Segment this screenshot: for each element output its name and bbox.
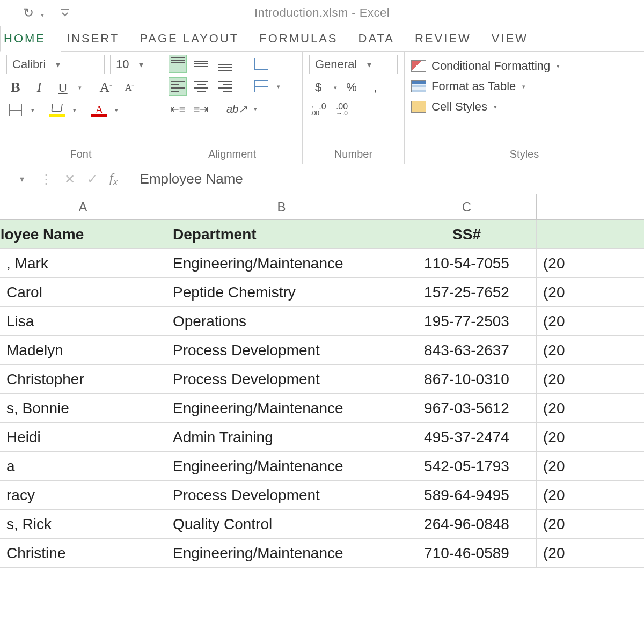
cell-d[interactable]: (20: [537, 539, 644, 567]
column-header-a[interactable]: A: [0, 194, 166, 219]
chevron-down-icon[interactable]: ▾: [277, 83, 280, 90]
cell-ss[interactable]: 589-64-9495: [397, 481, 537, 509]
cell-ss[interactable]: 157-25-7652: [397, 278, 537, 306]
cell-name[interactable]: , Mark: [0, 249, 166, 277]
cell-d[interactable]: (20: [537, 481, 644, 509]
table-row[interactable]: racyProcess Development589-64-9495(20: [0, 481, 644, 510]
cell-ss[interactable]: 843-63-2637: [397, 336, 537, 364]
tab-insert[interactable]: INSERT: [61, 26, 134, 51]
redo-button[interactable]: ↻: [19, 4, 38, 22]
cell-ss[interactable]: 542-05-1793: [397, 452, 537, 480]
align-bottom-button[interactable]: [216, 55, 234, 73]
align-middle-button[interactable]: [192, 55, 210, 73]
cell-dept[interactable]: Process Development: [166, 365, 397, 393]
cell-ss[interactable]: 967-03-5612: [397, 394, 537, 422]
column-header-b[interactable]: B: [166, 194, 397, 219]
decrease-font-button[interactable]: Aˇ: [120, 78, 138, 97]
cell-dept[interactable]: Operations: [166, 307, 397, 335]
table-row[interactable]: ChristopherProcess Development867-10-031…: [0, 365, 644, 394]
cell-d[interactable]: (20: [537, 423, 644, 451]
table-row[interactable]: , MarkEngineering/Maintenance110-54-7055…: [0, 249, 644, 278]
cell-dept[interactable]: Process Development: [166, 336, 397, 364]
cell-dept[interactable]: Admin Training: [166, 423, 397, 451]
name-box[interactable]: ▾: [0, 164, 30, 194]
decrease-indent-button[interactable]: ⇤≡: [169, 100, 187, 118]
font-size-combo[interactable]: 10 ▾: [110, 55, 155, 74]
cell-ss[interactable]: 495-37-2474: [397, 423, 537, 451]
chevron-down-icon[interactable]: ▾: [78, 84, 82, 91]
font-name-combo[interactable]: Calibri ▾: [6, 55, 105, 74]
table-row[interactable]: s, BonnieEngineering/Maintenance967-03-5…: [0, 394, 644, 423]
tab-review[interactable]: REVIEW: [409, 26, 486, 51]
bold-button[interactable]: B: [6, 78, 25, 97]
tab-home[interactable]: HOME: [0, 26, 61, 52]
cell-d[interactable]: (20: [537, 336, 644, 364]
fill-color-button[interactable]: [48, 101, 67, 119]
column-header-d[interactable]: [537, 194, 644, 219]
cell-dept[interactable]: Engineering/Maintenance: [166, 539, 397, 567]
enter-formula-button[interactable]: ✓: [87, 172, 98, 187]
cell-d[interactable]: (20: [537, 394, 644, 422]
format-as-table-button[interactable]: Format as Table ▾: [411, 77, 638, 96]
font-color-button[interactable]: A: [90, 101, 108, 119]
cell-dept[interactable]: Peptide Chemistry: [166, 278, 397, 306]
cell-ss[interactable]: 710-46-0589: [397, 539, 537, 567]
cell-d[interactable]: (20: [537, 365, 644, 393]
borders-button[interactable]: [6, 101, 25, 119]
increase-font-button[interactable]: Aˆ: [97, 78, 115, 97]
align-top-button[interactable]: [169, 55, 187, 73]
cell-name[interactable]: a: [0, 452, 166, 480]
table-row[interactable]: MadelynProcess Development843-63-2637(20: [0, 336, 644, 365]
wrap-text-button[interactable]: [252, 55, 270, 73]
cell-d[interactable]: (20: [537, 452, 644, 480]
table-row[interactable]: s, RickQuality Control264-96-0848(20: [0, 510, 644, 539]
chevron-down-icon[interactable]: ▾: [73, 107, 76, 114]
cell-dept[interactable]: Engineering/Maintenance: [166, 394, 397, 422]
table-row[interactable]: HeidiAdmin Training495-37-2474(20: [0, 423, 644, 452]
cancel-formula-button[interactable]: ✕: [64, 172, 75, 187]
cell-name[interactable]: Carol: [0, 278, 166, 306]
cell-d[interactable]: (20: [537, 510, 644, 538]
percent-format-button[interactable]: %: [342, 78, 361, 97]
cell-name[interactable]: Madelyn: [0, 336, 166, 364]
cell-ss[interactable]: 195-77-2503: [397, 307, 537, 335]
cell-dept[interactable]: Quality Control: [166, 510, 397, 538]
orientation-button[interactable]: ab↗: [226, 100, 247, 118]
cell-name[interactable]: s, Rick: [0, 510, 166, 538]
number-format-combo[interactable]: General ▾: [309, 55, 398, 74]
cell-ss[interactable]: 110-54-7055: [397, 249, 537, 277]
column-header-c[interactable]: C: [397, 194, 537, 219]
cell-name[interactable]: racy: [0, 481, 166, 509]
increase-indent-button[interactable]: ≡⇥: [192, 100, 210, 118]
merge-center-button[interactable]: [252, 77, 270, 96]
insert-function-button[interactable]: fx: [109, 171, 118, 188]
italic-button[interactable]: I: [30, 78, 48, 97]
cell-name[interactable]: Christine: [0, 539, 166, 567]
qat-customize-icon[interactable]: [56, 4, 74, 22]
underline-button[interactable]: U: [54, 78, 72, 97]
cell-name[interactable]: Heidi: [0, 423, 166, 451]
chevron-down-icon[interactable]: ▾: [334, 84, 337, 91]
tab-formulas[interactable]: FORMULAS: [254, 26, 353, 51]
conditional-formatting-button[interactable]: Conditional Formatting ▾: [411, 57, 638, 75]
decrease-decimal-button[interactable]: .00→.0: [333, 101, 351, 119]
align-center-button[interactable]: [192, 77, 210, 96]
tab-view[interactable]: VIEW: [486, 26, 543, 51]
cell-d[interactable]: (20: [537, 278, 644, 306]
cell-ss[interactable]: 867-10-0310: [397, 365, 537, 393]
tab-data[interactable]: DATA: [353, 26, 409, 51]
chevron-down-icon[interactable]: ▾: [254, 106, 257, 113]
table-row[interactable]: ChristineEngineering/Maintenance710-46-0…: [0, 539, 644, 568]
formula-options-icon[interactable]: ⋮: [40, 172, 53, 187]
cell-dept[interactable]: Process Development: [166, 481, 397, 509]
table-row[interactable]: aEngineering/Maintenance542-05-1793(20: [0, 452, 644, 481]
chevron-down-icon[interactable]: ▾: [31, 107, 34, 114]
cell-name[interactable]: Lisa: [0, 307, 166, 335]
cell-name[interactable]: Christopher: [0, 365, 166, 393]
cell-d[interactable]: (20: [537, 249, 644, 277]
chevron-down-icon[interactable]: ▾: [115, 107, 118, 114]
cell-styles-button[interactable]: Cell Styles ▾: [411, 98, 638, 116]
cell-dept[interactable]: Engineering/Maintenance: [166, 249, 397, 277]
comma-format-button[interactable]: ,: [366, 78, 384, 97]
table-row[interactable]: CarolPeptide Chemistry157-25-7652(20: [0, 278, 644, 307]
